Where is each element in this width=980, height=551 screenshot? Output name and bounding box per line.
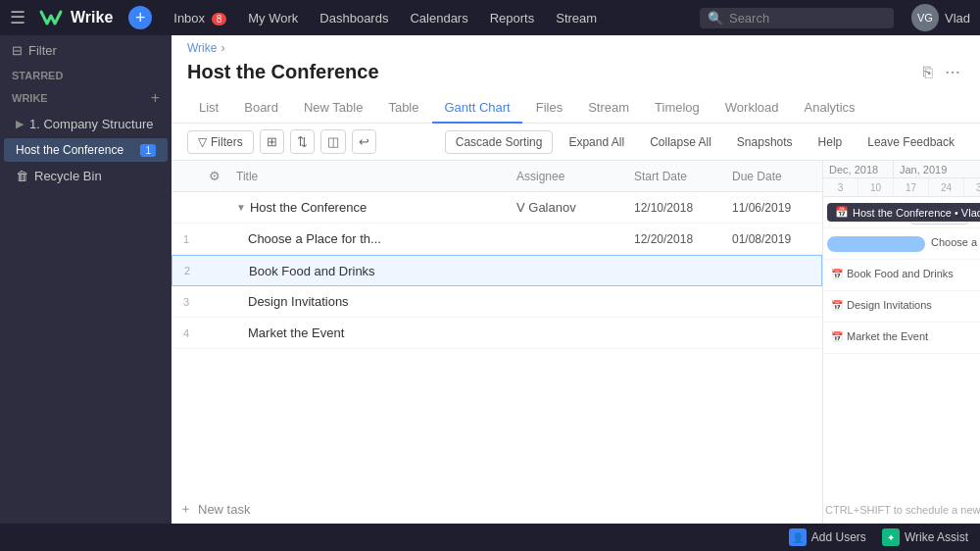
task-row-1[interactable]: 1 Choose a Place for th... 12/20/2018 01… [172,224,822,255]
col-due: Due Date [724,170,822,183]
breadcrumb-wrike[interactable]: Wrike [187,41,217,55]
nav-stream[interactable]: Stream [546,7,607,29]
gantt-label-3: 📅 Design Invitations [831,299,932,311]
sidebar: ⊟ Filter STARRED WRIKE + ▶ 1. Company St… [0,35,172,524]
gantt-bar-1[interactable] [827,236,925,252]
nav-reports[interactable]: Reports [480,7,545,29]
tab-new-table[interactable]: New Table [292,93,374,124]
filter-button[interactable]: ⊟ Filter [0,35,172,66]
tab-stream[interactable]: Stream [576,93,641,124]
sidebar-item-company-structure[interactable]: ▶ 1. Company Structure [4,112,168,136]
filter-funnel-icon: ▽ [198,135,207,149]
toolbar-undo-btn[interactable]: ↩ [352,129,376,154]
nav-inbox[interactable]: Inbox 8 [164,7,236,29]
day-31: 31 [964,178,980,196]
gantt-header: Dec, 2018 Jan, 2019 Feb, 2019 Mar, 2019 … [823,161,980,197]
add-users-btn[interactable]: 👤 Add Users [789,528,866,546]
toolbar-color-btn[interactable]: ◫ [320,129,346,154]
content-area: Wrike › Host the Conference ⎘ ⋯ List Boa… [172,35,980,524]
month-dec-2018: Dec, 2018 [823,161,894,177]
col-settings[interactable]: ⚙ [201,169,228,183]
page-action-copy[interactable]: ⎘ [919,59,937,85]
task-title-3: Design Invitations [228,294,509,309]
task-row-4[interactable]: 4 Market the Event [172,318,822,349]
calendar-icon-3: 📅 [831,300,843,311]
gantt-label-4: 📅 Market the Event [831,330,928,342]
sidebar-item-recycle-bin[interactable]: 🗑 Recycle Bin [4,164,168,188]
nav-calendars[interactable]: Calendars [400,7,477,29]
expand-down-icon: ▼ [236,202,246,213]
cascade-sorting-btn[interactable]: Cascade Sorting [445,130,554,154]
task-row-3[interactable]: 3 Design Invitations [172,286,822,318]
task-due-1: 01/08/2019 [724,232,822,246]
task-row-parent[interactable]: ▼ Host the Conference V Galanov 12/10/20… [172,192,822,224]
month-jan-2019: Jan, 2019 [894,161,980,177]
day-3: 3 [823,178,858,196]
nav-mywork[interactable]: My Work [238,7,308,29]
expand-all-btn[interactable]: Expand All [559,131,634,153]
col-title: Title [228,170,509,183]
tab-timelog[interactable]: Timelog [643,93,711,124]
collapse-all-btn[interactable]: Collapse All [640,131,721,153]
chevron-right-icon: ▶ [16,118,24,130]
gantt-chart: Dec, 2018 Jan, 2019 Feb, 2019 Mar, 2019 … [823,161,980,524]
gantt-body: 📅 Host the Conference • Vlad G. Months ▾… [823,197,980,524]
col-assignee: Assignee [509,170,626,183]
task-row-2[interactable]: 2 Book Food and Drinks [172,255,822,286]
add-users-icon: 👤 [789,528,807,546]
task-rows: ▼ Host the Conference V Galanov 12/10/20… [172,192,822,494]
toolbar-group-btn[interactable]: ⊞ [260,129,284,154]
day-24: 24 [929,178,964,196]
main-layout: ⊟ Filter STARRED WRIKE + ▶ 1. Company St… [0,35,980,524]
help-btn[interactable]: Help [808,131,853,153]
gantt-days-row: 3 10 17 24 31 7 14 21 28 4 11 18 25 4 [823,178,980,196]
tab-list[interactable]: List [187,93,230,124]
task-table: ⚙ Title Assignee Start Date Due Date ▼ H… [172,161,823,524]
filters-button[interactable]: ▽ Filters [187,130,254,154]
tab-workload[interactable]: Workload [713,93,791,124]
gantt-label-2: 📅 Book Food and Drinks [831,268,954,279]
starred-section: STARRED [0,66,172,85]
add-wrike-btn[interactable]: + [151,89,160,107]
user-menu[interactable]: VG Vlad [911,4,970,31]
add-task-row[interactable]: ＋ New task [172,494,822,524]
filter-icon: ⊟ [12,43,23,58]
tab-files[interactable]: Files [524,93,574,124]
task-start-parent: 12/10/2018 [626,201,724,215]
leave-feedback-btn[interactable]: Leave Feedback [858,131,964,153]
task-due-parent: 11/06/2019 [724,201,822,215]
gantt-row-1: Choose a Place for the Event [823,228,980,260]
gantt-row-2: 📅 Book Food and Drinks [823,260,980,291]
tab-table[interactable]: Table [376,93,430,124]
task-title-parent: ▼ Host the Conference [228,200,509,215]
gantt-row-3: 📅 Design Invitations [823,291,980,323]
toolbar-right: Cascade Sorting Expand All Collapse All … [445,130,964,154]
calendar-icon-2: 📅 [831,269,843,279]
logo: Wrike [37,4,113,31]
tab-analytics[interactable]: Analytics [793,93,867,124]
sidebar-item-host-conference[interactable]: Host the Conference 1 [4,138,168,162]
breadcrumb-sep: › [220,41,224,55]
hamburger-icon[interactable]: ☰ [10,7,25,28]
task-title-1: Choose a Place for th... [228,231,509,246]
calendar-icon-4: 📅 [831,331,843,342]
task-num-2: 2 [172,265,202,276]
page-action-more[interactable]: ⋯ [941,59,964,85]
tab-gantt-chart[interactable]: Gantt Chart [432,93,521,124]
toolbar-sort-btn[interactable]: ⇅ [290,129,315,154]
add-button[interactable]: + [128,6,152,29]
calendar-icon: 📅 [835,206,849,219]
breadcrumb: Wrike › [172,35,980,55]
snapshots-btn[interactable]: Snapshots [727,131,803,153]
wrike-section: WRIKE + [0,85,172,111]
tabs: List Board New Table Table Gantt Chart F… [172,93,980,124]
search-input[interactable] [729,11,886,25]
nav-dashboards[interactable]: Dashboards [310,7,398,29]
bottom-bar: 👤 Add Users ✦ Wrike Assist [0,524,980,551]
day-17: 17 [894,178,929,196]
task-title-2: Book Food and Drinks [229,264,508,278]
topnav: ☰ Wrike + Inbox 8 My Work Dashboards Cal… [0,0,980,35]
tab-board[interactable]: Board [232,93,290,124]
search-box: 🔍 [700,8,894,28]
wrike-assist-btn[interactable]: ✦ Wrike Assist [882,528,968,546]
